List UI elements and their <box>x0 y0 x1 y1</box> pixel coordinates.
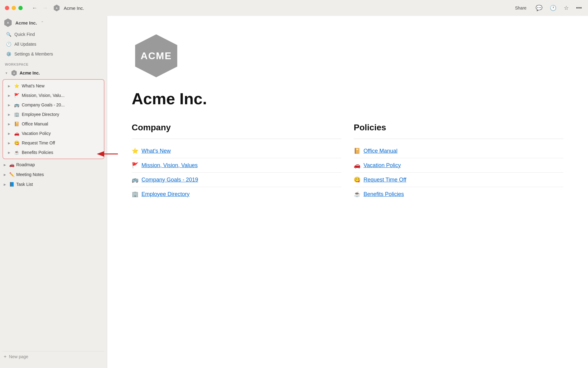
whats-new-link-emoji: ⭐ <box>132 148 138 154</box>
sidebar-item-quick-find[interactable]: 🔍 Quick Find <box>1 30 106 39</box>
company-link-goals[interactable]: 🚌 Company Goals - 2019 <box>132 173 341 187</box>
company-section: Company ⭐ What's New 🚩 Mission, Vision, … <box>132 123 341 201</box>
mission-link-text: Mission, Vision, Values <box>141 162 198 169</box>
chevron-right-icon: ▶ <box>4 163 7 167</box>
whats-new-link-text: What's New <box>141 148 171 154</box>
sidebar-item-office-manual[interactable]: ▶ 📔 Office Manual <box>4 119 103 128</box>
mission-label: Mission, Vision, Valu... <box>22 93 65 98</box>
roadmap-emoji: 🚗 <box>9 162 14 167</box>
policies-link-vacation[interactable]: 🚗 Vacation Policy <box>354 158 564 173</box>
favorite-button[interactable]: ☆ <box>563 3 570 13</box>
sidebar-item-company-goals[interactable]: ▶ 🚌 Company Goals - 20... <box>4 100 103 109</box>
chevron-right-icon: ▶ <box>8 94 12 97</box>
vacation-policy-emoji: 🚗 <box>14 131 19 136</box>
chevron-down-icon: ▼ <box>5 71 9 75</box>
new-page-label: New page <box>9 354 28 359</box>
request-time-off-link-text: Request Time Off <box>364 177 406 183</box>
section-divider <box>132 139 341 139</box>
page-title: Acme Inc. <box>132 90 564 108</box>
chevron-right-icon: ▶ <box>8 141 12 145</box>
vacation-policy-link-emoji: 🚗 <box>354 162 360 169</box>
policies-link-request-time-off[interactable]: 😋 Request Time Off <box>354 173 564 187</box>
request-time-off-link-emoji: 😋 <box>354 176 360 183</box>
vacation-policy-link-text: Vacation Policy <box>364 162 401 169</box>
share-button[interactable]: Share <box>512 4 530 12</box>
sidebar-item-vacation-policy[interactable]: ▶ 🚗 Vacation Policy <box>4 129 103 138</box>
company-heading: Company <box>132 123 341 132</box>
quick-find-label: Quick Find <box>14 32 35 37</box>
main-content: ACME Acme Inc. Company ⭐ What's New 🚩 Mi… <box>107 16 588 368</box>
benefits-link-text: Benefits Policies <box>364 191 404 197</box>
policies-link-office-manual[interactable]: 📔 Office Manual <box>354 144 564 158</box>
company-link-whats-new[interactable]: ⭐ What's New <box>132 144 341 158</box>
chevron-right-icon: ▶ <box>8 151 12 154</box>
whats-new-label: What's New <box>22 83 44 88</box>
office-manual-link-text: Office Manual <box>364 148 398 154</box>
workspace-root-item[interactable]: ▼ A Acme Inc. <box>1 68 106 78</box>
sidebar-item-settings[interactable]: ⚙️ Settings & Members <box>1 49 106 59</box>
goals-link-text: Company Goals - 2019 <box>141 177 198 183</box>
comments-button[interactable]: 💬 <box>534 3 544 13</box>
office-manual-label: Office Manual <box>22 121 48 126</box>
company-link-mission[interactable]: 🚩 Mission, Vision, Values <box>132 158 341 173</box>
all-updates-label: All Updates <box>14 42 36 47</box>
sidebar-item-roadmap[interactable]: ▶ 🚗 Roadmap <box>1 160 106 169</box>
sidebar-item-employee-directory[interactable]: ▶ 🏢 Employee Directory <box>4 110 103 119</box>
minimize-button[interactable] <box>12 6 16 10</box>
more-button[interactable]: ••• <box>575 4 583 13</box>
vacation-policy-label: Vacation Policy <box>22 131 51 136</box>
sidebar-item-whats-new[interactable]: ▶ ⭐ What's New <box>4 81 103 90</box>
section-divider <box>354 139 564 139</box>
sidebar-item-task-list[interactable]: ▶ 📘 Task List <box>1 180 106 189</box>
maximize-button[interactable] <box>18 6 23 10</box>
employee-dir-link-emoji: 🏢 <box>132 191 138 197</box>
roadmap-label: Roadmap <box>16 162 35 167</box>
search-icon: 🔍 <box>6 32 11 37</box>
task-list-emoji: 📘 <box>9 182 14 187</box>
workspace-chevron: ⌃ <box>41 21 44 25</box>
policies-link-benefits[interactable]: ☕ Benefits Policies <box>354 187 564 201</box>
workspace-icon: A <box>4 18 12 27</box>
titlebar-actions: Share 💬 🕐 ☆ ••• <box>512 3 583 13</box>
back-button[interactable]: ← <box>30 4 39 13</box>
task-list-label: Task List <box>16 182 33 187</box>
plus-icon: + <box>4 354 6 359</box>
traffic-lights <box>5 6 23 10</box>
page-icon-small: A <box>53 5 60 11</box>
history-button[interactable]: 🕐 <box>548 3 558 13</box>
chevron-right-icon: ▶ <box>8 84 12 88</box>
goals-link-emoji: 🚌 <box>132 176 138 183</box>
workspace-root-label: Acme Inc. <box>20 71 40 75</box>
chevron-right-icon: ▶ <box>8 132 12 135</box>
workspace-header[interactable]: A Acme Inc. ⌃ <box>0 16 107 29</box>
new-page-button[interactable]: + New page <box>0 351 107 362</box>
sidebar-item-all-updates[interactable]: 🕐 All Updates <box>1 40 106 49</box>
company-link-employee-dir[interactable]: 🏢 Employee Directory <box>132 187 341 201</box>
benefits-link-emoji: ☕ <box>354 191 360 197</box>
close-button[interactable] <box>5 6 9 10</box>
sidebar-item-benefits-policies[interactable]: ▶ ☕ Benefits Policies <box>4 148 103 157</box>
meeting-notes-label: Meeting Notes <box>16 172 44 177</box>
sidebar-item-meeting-notes[interactable]: ▶ ✏️ Meeting Notes <box>1 170 106 179</box>
sidebar-item-request-time-off[interactable]: ▶ 😋 Request Time Off <box>4 138 103 148</box>
settings-label: Settings & Members <box>14 52 53 56</box>
page-logo: ACME <box>132 34 181 77</box>
mission-emoji: 🚩 <box>14 93 19 98</box>
clock-icon: 🕐 <box>6 42 11 47</box>
office-manual-link-emoji: 📔 <box>354 148 360 154</box>
mission-link-emoji: 🚩 <box>132 162 138 169</box>
whats-new-emoji: ⭐ <box>14 83 19 88</box>
chevron-right-icon: ▶ <box>8 103 12 107</box>
titlebar-page-title: Acme Inc. <box>64 6 84 11</box>
gear-icon: ⚙️ <box>6 52 11 56</box>
sidebar-item-mission[interactable]: ▶ 🚩 Mission, Vision, Valu... <box>4 91 103 100</box>
benefits-policies-label: Benefits Policies <box>22 150 53 155</box>
forward-button[interactable]: → <box>40 4 50 13</box>
company-goals-label: Company Goals - 20... <box>22 102 65 107</box>
employee-dir-link-text: Employee Directory <box>141 191 190 197</box>
company-goals-emoji: 🚌 <box>14 102 19 107</box>
logo-text: ACME <box>141 50 172 62</box>
meeting-notes-emoji: ✏️ <box>9 172 14 177</box>
request-time-off-emoji: 😋 <box>14 140 19 145</box>
request-time-off-label: Request Time Off <box>22 140 55 145</box>
